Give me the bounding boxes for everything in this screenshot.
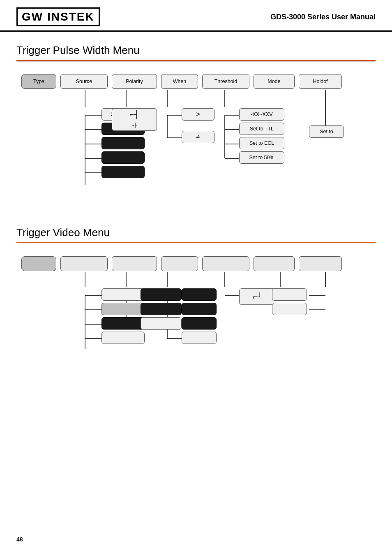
video-src-4 <box>101 332 145 344</box>
video-holdof-2 <box>272 303 307 315</box>
holdof-setto: Set to <box>309 125 344 138</box>
video-when-3 <box>182 317 217 330</box>
video-divider-gray <box>16 244 376 244</box>
threshold-50: Set to 50% <box>239 151 284 164</box>
company-logo: GW INSTEK <box>16 7 100 26</box>
video-when-4 <box>182 332 217 344</box>
page-header: GW INSTEK GDS-3000 Series User Manual <box>0 0 392 32</box>
manual-title: GDS-3000 Series User Manual <box>270 13 376 21</box>
video-section: Trigger Video Menu <box>16 226 376 367</box>
video-src-2 <box>101 303 145 315</box>
video-btn-6[interactable] <box>254 256 295 271</box>
pulse-width-section: Trigger Pulse Width Menu <box>16 44 376 210</box>
video-btn-5[interactable] <box>202 256 249 271</box>
threshold-button[interactable]: Threshold <box>202 74 249 89</box>
video-threshold-icon: ⌐┘ <box>239 288 276 305</box>
when-button[interactable]: When <box>161 74 198 89</box>
type-button[interactable]: Type <box>21 74 56 89</box>
source-item-3 <box>101 137 145 149</box>
video-when-2 <box>182 303 217 315</box>
video-diagram: ⌐┘ <box>21 252 371 367</box>
video-title: Trigger Video Menu <box>16 226 376 239</box>
source-button[interactable]: Source <box>60 74 108 89</box>
video-pol-3 <box>141 317 182 330</box>
page-content: Trigger Pulse Width Menu <box>0 32 392 396</box>
video-btn-7[interactable] <box>299 256 342 271</box>
video-divider-orange <box>16 242 376 243</box>
video-btn-4[interactable] <box>161 256 198 271</box>
when-greater: > <box>182 108 214 121</box>
threshold-ttl: Set to TTL <box>239 123 284 135</box>
video-src-1 <box>101 288 145 301</box>
video-pol-2 <box>141 303 182 315</box>
threshold-xxv: -XX~XXV <box>239 108 284 121</box>
polarity-icon: ⌐┤¬├ <box>112 108 157 131</box>
video-src-3 <box>101 317 145 330</box>
page-number: 48 <box>16 536 23 543</box>
divider-orange <box>16 60 376 61</box>
source-item-4 <box>101 151 145 164</box>
mode-button[interactable]: Mode <box>254 74 295 89</box>
polarity-button[interactable]: Polarity <box>112 74 157 89</box>
holdof-button[interactable]: Holdof <box>299 74 342 89</box>
video-btn-3[interactable] <box>112 256 157 271</box>
video-pol-1 <box>141 288 182 301</box>
pulse-width-diagram: Type Source Polarity When Threshold Mode… <box>21 70 371 210</box>
video-holdof-1 <box>272 288 307 301</box>
when-notequal: ≠ <box>182 131 214 143</box>
video-type-button[interactable] <box>21 256 56 271</box>
divider-gray <box>16 61 376 62</box>
threshold-ecl: Set to ECL <box>239 137 284 149</box>
video-when-1 <box>182 288 217 301</box>
video-btn-2[interactable] <box>60 256 108 271</box>
pulse-width-title: Trigger Pulse Width Menu <box>16 44 376 57</box>
source-item-5 <box>101 166 145 178</box>
